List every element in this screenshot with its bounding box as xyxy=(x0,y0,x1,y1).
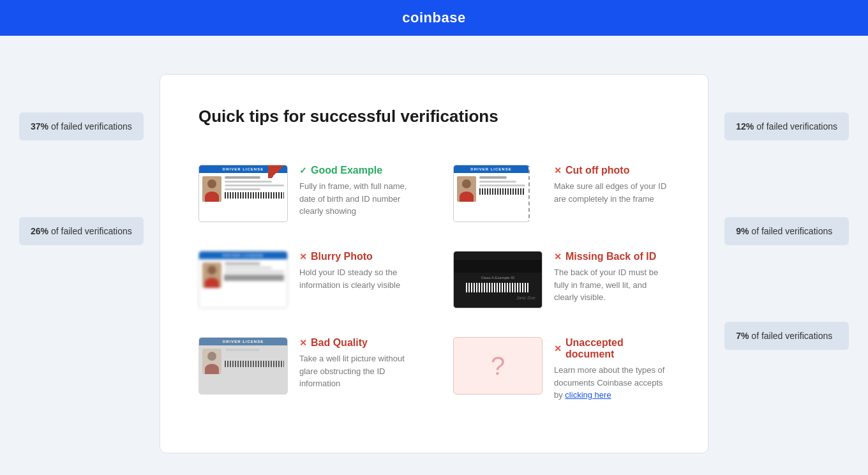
tip-status: ✕ Missing Back of ID xyxy=(554,251,670,262)
coinbase-logo: coinbase xyxy=(402,10,465,26)
bad-icon: ✕ xyxy=(554,165,562,176)
tip-bad-quality: DRIVER LICENSE xyxy=(198,324,434,414)
id-card-cutoff-photo xyxy=(457,176,476,202)
id-card-back-label: Class A Example ID xyxy=(481,276,515,280)
id-card-line xyxy=(225,176,260,179)
id-card-blurry: DRIVER LICENSE xyxy=(198,251,288,312)
id-card-line xyxy=(479,176,507,179)
id-card-barcode xyxy=(225,192,284,199)
tip-blurry: DRIVER LICENSE xyxy=(198,238,434,324)
tips-grid: DRIVER LICENSE xyxy=(198,152,670,414)
id-card-line xyxy=(225,185,284,186)
id-card-line xyxy=(225,267,272,269)
tip-unaccepted-content: ✕ Unaccepted document Learn more about t… xyxy=(554,337,670,402)
id-card-barcode xyxy=(225,275,284,281)
id-card-good-body xyxy=(199,173,287,219)
id-card-line xyxy=(479,181,516,183)
id-card-blurry-visual: DRIVER LICENSE xyxy=(198,251,288,308)
tip-unaccepted-desc: Learn more about the types of documents … xyxy=(554,364,670,402)
tip-status: ✕ Unaccepted document xyxy=(554,337,670,360)
left-badge-1-label: of failed verifications xyxy=(51,121,132,132)
bad-icon: ✕ xyxy=(554,343,562,354)
id-card-back-barcode xyxy=(466,283,530,292)
right-badge-2-label: of failed verifications xyxy=(751,226,832,236)
app-header: coinbase xyxy=(0,0,868,36)
id-card-cutoff-header: DRIVER LICENSE xyxy=(454,165,528,173)
right-badge-1-pct: 12% xyxy=(736,121,754,132)
id-card-good-example: DRIVER LICENSE xyxy=(198,165,288,225)
id-card-cutoff-visual: DRIVER LICENSE xyxy=(453,165,530,222)
id-card-photo xyxy=(202,176,221,202)
id-card-bad-photo xyxy=(202,349,221,374)
tip-good-desc: Fully in frame, with full name, date of … xyxy=(299,180,421,218)
id-card-blurry-photo xyxy=(202,262,221,288)
id-card-blurry-info xyxy=(225,262,284,302)
tip-missing-back: Class A Example ID Jane Doe ✕ Missing Ba… xyxy=(434,238,670,324)
id-card-line xyxy=(225,271,284,273)
left-badge-2-label: of failed verifications xyxy=(51,226,132,236)
tip-blurry-label: Blurry Photo xyxy=(311,251,373,262)
tip-bad-quality-content: ✕ Bad Quality Take a well lit picture wi… xyxy=(299,337,421,390)
page-body: 37% of failed verifications 26% of faile… xyxy=(0,36,868,475)
page-title: Quick tips for successful verifications xyxy=(198,107,670,126)
tip-cutoff-label: Cut off photo xyxy=(565,165,629,176)
id-card-bad: DRIVER LICENSE xyxy=(198,337,288,398)
right-badge-3-pct: 7% xyxy=(736,331,749,341)
id-card-back-stripe xyxy=(454,260,542,273)
id-card-bad-body xyxy=(199,345,287,391)
bad-icon: ✕ xyxy=(299,252,307,262)
id-card-bad-header: DRIVER LICENSE xyxy=(199,338,287,345)
id-card-info xyxy=(225,176,284,216)
tip-blurry-content: ✕ Blurry Photo Hold your ID steady so th… xyxy=(299,251,421,291)
tip-good-label: Good Example xyxy=(311,165,382,176)
id-card-barcode xyxy=(479,188,525,195)
tip-status: ✕ Bad Quality xyxy=(299,337,421,349)
id-card-cutoff-info xyxy=(479,176,525,216)
tip-status: ✕ Blurry Photo xyxy=(299,251,421,262)
left-badge-2: 26% of failed verifications xyxy=(19,217,144,245)
left-badge-1: 37% of failed verifications xyxy=(19,112,144,140)
id-card-unknown: ? xyxy=(453,337,542,398)
id-card-blurry-header: DRIVER LICENSE xyxy=(199,252,287,259)
tip-good-example: DRIVER LICENSE xyxy=(198,152,434,238)
id-corner-flag xyxy=(268,165,287,178)
id-card-good-visual: DRIVER LICENSE xyxy=(198,165,288,222)
right-badge-3: 7% of failed verifications xyxy=(724,322,849,350)
tip-bad-quality-desc: Take a well lit picture without glare ob… xyxy=(299,352,421,390)
id-card-line xyxy=(225,353,272,355)
tip-cut-off: DRIVER LICENSE xyxy=(434,152,670,238)
side-badges-right: 12% of failed verifications 9% of failed… xyxy=(724,112,849,350)
good-icon: ✓ xyxy=(299,165,307,176)
right-badge-1-label: of failed verifications xyxy=(756,121,837,132)
main-card: Quick tips for successful verifications … xyxy=(160,74,708,453)
tip-unaccepted: ? ✕ Unaccepted document Learn more about… xyxy=(434,324,670,414)
id-card-line xyxy=(225,349,260,351)
right-badge-2: 9% of failed verifications xyxy=(724,217,849,245)
question-mark: ? xyxy=(491,352,505,381)
tip-good-example-content: ✓ Good Example Fully in frame, with full… xyxy=(299,165,421,218)
tip-status: ✕ Cut off photo xyxy=(554,165,670,176)
tip-missing-back-label: Missing Back of ID xyxy=(565,251,656,262)
tip-cutoff-content: ✕ Cut off photo Make sure all edges of y… xyxy=(554,165,670,205)
tip-missing-back-desc: The back of your ID must be fully in fra… xyxy=(554,266,670,304)
tip-blurry-desc: Hold your ID steady so the information i… xyxy=(299,266,421,291)
bad-icon: ✕ xyxy=(299,338,307,348)
right-badge-3-label: of failed verifications xyxy=(751,331,832,341)
id-card-back-visual: Class A Example ID Jane Doe xyxy=(453,251,542,308)
side-badges-left: 37% of failed verifications 26% of faile… xyxy=(19,112,144,245)
id-card-barcode xyxy=(225,361,284,367)
right-badge-2-pct: 9% xyxy=(736,226,749,236)
right-badge-1: 12% of failed verifications xyxy=(724,112,849,140)
left-badge-2-pct: 26% xyxy=(31,226,49,236)
tip-cutoff-desc: Make sure all edges of your ID are compl… xyxy=(554,180,670,205)
id-card-blurry-body xyxy=(199,259,287,305)
clicking-here-link[interactable]: clicking here xyxy=(565,390,611,400)
id-card-bad-visual: DRIVER LICENSE xyxy=(198,337,288,395)
id-card-line xyxy=(225,357,284,359)
bad-icon: ✕ xyxy=(554,252,562,262)
id-card-back-sig: Jane Doe xyxy=(516,296,535,300)
id-card-line xyxy=(479,185,525,186)
left-badge-1-pct: 37% xyxy=(31,121,49,132)
id-card-cutoff: DRIVER LICENSE xyxy=(453,165,542,225)
id-card-line xyxy=(225,188,260,190)
